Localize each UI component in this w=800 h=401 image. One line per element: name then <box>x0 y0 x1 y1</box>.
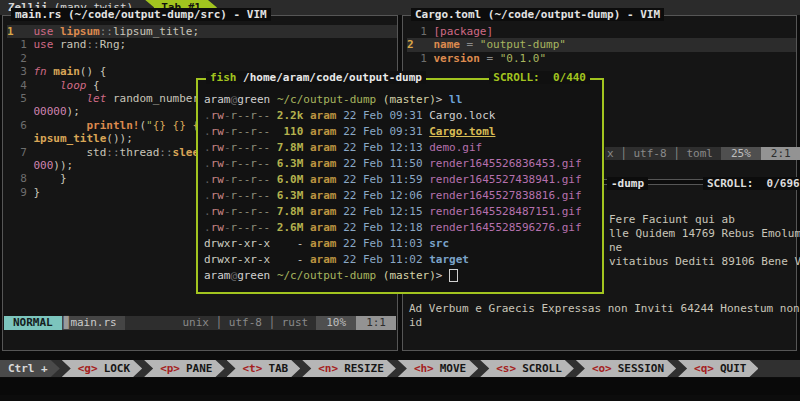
code-line: 1use lipsum::lipsum_title; <box>7 25 397 38</box>
code-text: fn main() { <box>33 65 106 78</box>
line-number: 6 <box>7 119 33 132</box>
text-fragment: Fere Faciunt qui ab <box>609 213 735 226</box>
terminal-line: .rw-r--r-- 110 aram 22 Feb 09:31 Cargo.t… <box>204 124 602 140</box>
terminal-line: .rw-r--r-- 7.8M aram 22 Feb 12:13 demo.g… <box>204 140 602 156</box>
code-line: 2 <box>7 52 397 65</box>
code-line: 1version = "0.1.0" <box>407 52 796 65</box>
code-text: use lipsum::lipsum_title; <box>33 25 199 38</box>
scroll-indicator: SCROLL: 0/440 <box>489 71 590 84</box>
code-text: loop { <box>33 79 99 92</box>
code-text: println!("{} {} {}", <box>33 119 218 132</box>
keybind-label: SESSION <box>618 362 664 375</box>
keybind-hint: <o>SESSION <box>576 360 676 377</box>
statusline-position: 2:1 <box>761 147 800 160</box>
statusline-fileinfo: unix │ utf-8 │ rust <box>125 316 317 330</box>
keybind-hint: <q>QUIT <box>678 360 758 377</box>
keybind-key: <g> <box>78 362 98 375</box>
line-number: 3 <box>7 65 33 78</box>
code-text: 000)); <box>33 159 73 172</box>
keybind-hint: <p>PANE <box>144 360 224 377</box>
line-number: 9 <box>7 186 33 199</box>
terminal-line: drwxr-xr-x - aram 22 Feb 11:02 target <box>204 252 602 268</box>
keybind-hint: <g>LOCK <box>62 360 142 377</box>
pane-title-cargo-toml: Cargo.toml (~/code/output-dump) - VIM <box>411 8 664 21</box>
vim-mode-badge: NORMAL <box>4 316 62 330</box>
code-text: use rand::Rng; <box>33 38 126 51</box>
keybind-label: TAB <box>268 362 288 375</box>
terminal-line: .rw-r--r-- 6.3M aram 22 Feb 12:06 render… <box>204 188 602 204</box>
code-text: [package] <box>433 25 493 38</box>
text-fragment: lle Quidem 14769 Rebus Emolumen <box>609 227 800 240</box>
line-number: 2 <box>407 38 433 51</box>
keybind-label: QUIT <box>720 362 747 375</box>
code-text: ipsum_title()); <box>33 132 132 145</box>
code-text: 00000); <box>33 105 79 118</box>
line-number: 1 <box>407 25 433 38</box>
statusline-filename: ▊main.rs <box>62 316 125 330</box>
line-number: 4 <box>7 79 33 92</box>
code-line: 1use rand::Rng; <box>7 38 397 51</box>
line-number: 7 <box>7 146 33 159</box>
terminal-line: .rw-r--r-- 2.2k aram 22 Feb 09:31 Cargo.… <box>204 108 602 124</box>
keybind-key: <h> <box>414 362 434 375</box>
keybind-key: <t> <box>243 362 263 375</box>
shell-name: fish <box>210 71 237 84</box>
keybind-label: RESIZE <box>344 362 384 375</box>
code-text: version = "0.1.0" <box>433 52 546 65</box>
zellij-keybind-bar: Ctrl + <g>LOCK <p>PANE <t>TAB <n>RESIZE … <box>0 360 800 377</box>
statusline-percent: 10% <box>316 316 356 330</box>
keybind-hint: <t>TAB <box>227 360 301 377</box>
keybind-key: <o> <box>592 362 612 375</box>
terminal-line: aram@green ~/c/output-dump (master)> ll <box>204 92 602 108</box>
terminal-line: .rw-r--r-- 6.0M aram 22 Feb 11:59 render… <box>204 172 602 188</box>
vim-statusline-cargo-toml-fragment: x │ utf-8 │ toml 25% 2:1 <box>605 147 791 160</box>
statusline-fileinfo: x │ utf-8 │ toml <box>605 147 721 160</box>
statusline-percent: 25% <box>721 147 761 160</box>
floating-pane-title: fish /home/aram/code/output-dump <box>206 71 426 84</box>
keybind-label: PANE <box>186 362 213 375</box>
text-fragment: Ad Verbum e Graecis Expressas non Inviti… <box>409 302 800 315</box>
line-number: 1 <box>407 52 433 65</box>
terminal-line: drwxr-xr-x - aram 22 Feb 11:03 src <box>204 236 602 252</box>
keybind-key: <n> <box>318 362 338 375</box>
text-fragment: vitatibus Dediti 89106 Bene Viv <box>609 255 800 268</box>
statusline-position: 1:1 <box>356 316 396 330</box>
floating-pane-fish[interactable]: fish /home/aram/code/output-dump SCROLL:… <box>196 78 604 294</box>
keybind-hint: <n>RESIZE <box>302 360 396 377</box>
keybind-label: MOVE <box>440 362 467 375</box>
keybind-key: <p> <box>160 362 180 375</box>
line-number: 1 <box>7 38 33 51</box>
keybind-label: LOCK <box>104 362 131 375</box>
terminal-line: .rw-r--r-- 6.3M aram 22 Feb 11:50 render… <box>204 156 602 172</box>
keybind-prefix: Ctrl + <box>0 360 60 377</box>
keybind-key: <s> <box>496 362 516 375</box>
vim-statusline-main-rs: NORMAL ▊main.rs unix │ utf-8 │ rust 10% … <box>4 316 396 330</box>
pane-title-main-rs: main.rs (~/code/output-dump/src) - VIM <box>11 8 271 21</box>
terminal-line: .rw-r--r-- 2.6M aram 22 Feb 12:18 render… <box>204 220 602 236</box>
code-line: 1[package] <box>407 25 796 38</box>
text-fragment: ne <box>609 241 622 254</box>
terminal-output[interactable]: aram@green ~/c/output-dump (master)> ll … <box>198 80 602 284</box>
zellij-help-line: ( FLOATING PANES VISIBLE ): Press Ctrl-p… <box>0 378 800 395</box>
terminal-line: .rw-r--r-- 7.8M aram 22 Feb 12:15 render… <box>204 204 602 220</box>
code-text: } <box>33 172 66 185</box>
keybind-hint: <h>MOVE <box>398 360 478 377</box>
line-number: 8 <box>7 172 33 185</box>
keybind-segments: <g>LOCK <p>PANE <t>TAB <n>RESIZE <h>MOVE… <box>62 360 761 377</box>
keybind-label: SCROLL <box>522 362 562 375</box>
code-text: name = "output-dump" <box>433 38 565 51</box>
code-line: 2name = "output-dump" <box>407 38 796 51</box>
line-number: 1 <box>7 25 33 38</box>
terminal-line: aram@green ~/c/output-dump (master)> <box>204 268 602 284</box>
keybind-hint: <s>SCROLL <box>480 360 574 377</box>
line-number: 2 <box>7 52 33 65</box>
keybind-key: <q> <box>694 362 714 375</box>
line-number: 5 <box>7 92 33 105</box>
code-text: } <box>33 186 40 199</box>
text-fragment: id <box>409 316 422 329</box>
code-editor-cargo-toml: 1[package] 2name = "output-dump" 1versio… <box>403 16 796 65</box>
shell-cwd: /home/aram/code/output-dump <box>237 71 422 84</box>
